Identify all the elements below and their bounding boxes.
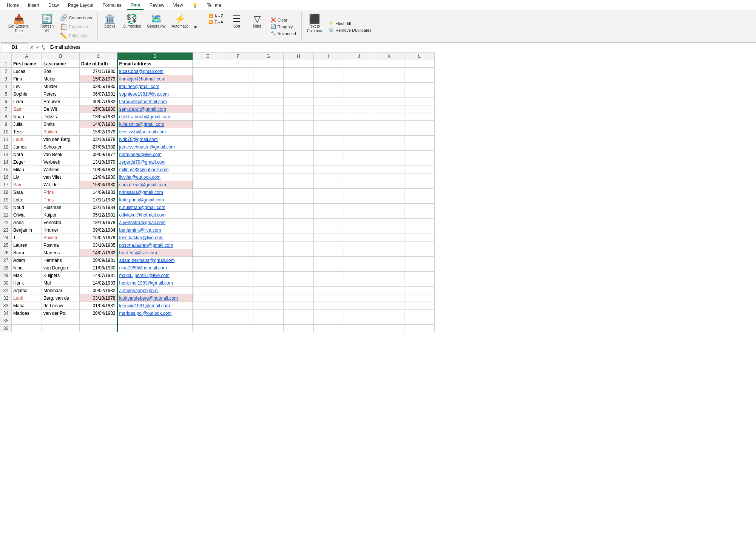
empty-cell[interactable] [374, 83, 404, 90]
empty-cell[interactable] [284, 121, 314, 128]
empty-cell[interactable] [284, 257, 314, 264]
cell-C31[interactable]: 06/02/1982 [80, 287, 117, 294]
empty-cell[interactable] [314, 279, 344, 287]
cell-B9[interactable]: Smits [42, 121, 80, 128]
empty-cell[interactable] [374, 105, 404, 113]
empty-cell[interactable] [253, 158, 284, 166]
empty-cell[interactable] [404, 98, 435, 105]
empty-cell[interactable] [193, 75, 223, 83]
empty-cell[interactable] [253, 136, 284, 143]
empty-cell[interactable] [193, 181, 223, 189]
empty-cell[interactable] [344, 302, 374, 310]
cell-D8[interactable]: dijkstra.noah@gmail.com [117, 113, 193, 121]
empty-cell[interactable] [314, 241, 344, 249]
empty-cell[interactable] [404, 68, 435, 75]
empty-cell[interactable] [284, 83, 314, 90]
empty-cell[interactable] [223, 173, 253, 181]
cell-B19[interactable]: Prins [42, 196, 80, 204]
empty-cell[interactable] [253, 68, 284, 75]
cell-C12[interactable]: 27/06/1982 [80, 143, 117, 151]
cell-C20[interactable]: 03/12/1984 [80, 204, 117, 211]
empty-cell[interactable] [193, 83, 223, 90]
empty-cell[interactable] [253, 204, 284, 211]
empty-cell[interactable] [223, 302, 253, 310]
cell-C8[interactable]: 13/05/1983 [80, 113, 117, 121]
empty-cell[interactable] [223, 181, 253, 189]
empty-cell[interactable] [344, 166, 374, 173]
empty-cell[interactable] [284, 90, 314, 98]
cell-B5[interactable]: Peters [42, 90, 80, 98]
empty-cell[interactable] [193, 105, 223, 113]
empty-cell[interactable] [344, 90, 374, 98]
cell-A1[interactable]: First name [12, 60, 42, 68]
empty-cell[interactable] [404, 241, 435, 249]
cell-D5[interactable]: sophieee1981@live.com [117, 90, 193, 98]
empty-cell[interactable] [374, 98, 404, 105]
empty-cell[interactable] [284, 325, 314, 332]
cell-C27[interactable]: 28/09/1981 [80, 257, 117, 264]
empty-cell[interactable] [314, 294, 344, 302]
empty-cell[interactable] [284, 211, 314, 219]
empty-cell[interactable] [223, 234, 253, 241]
empty-cell[interactable] [193, 226, 223, 234]
empty-cell[interactable] [344, 136, 374, 143]
empty-cell[interactable] [193, 204, 223, 211]
empty-cell[interactable] [374, 143, 404, 151]
empty-cell[interactable] [404, 128, 435, 136]
cell-D10[interactable]: tesssssb@hotmail.com [117, 128, 193, 136]
cell-D20[interactable]: n.huisman@gmail.com [117, 204, 193, 211]
cell-A6[interactable]: Liam [12, 98, 42, 105]
cell-A12[interactable]: James [12, 143, 42, 151]
empty-cell[interactable] [253, 166, 284, 173]
currencies-button[interactable]: 💱 Currencies [120, 13, 143, 30]
row-number[interactable]: 29 [0, 272, 12, 279]
empty-cell[interactable] [284, 204, 314, 211]
empty-cell[interactable] [253, 128, 284, 136]
cell-A27[interactable]: Adam [12, 257, 42, 264]
col-header-I[interactable]: I [314, 53, 344, 60]
empty-cell[interactable] [314, 83, 344, 90]
empty-cell[interactable] [344, 287, 374, 294]
empty-cell[interactable] [223, 204, 253, 211]
empty-cell[interactable] [314, 75, 344, 83]
empty-cell[interactable] [284, 279, 314, 287]
empty-cell[interactable] [314, 226, 344, 234]
cell-C32[interactable]: 03/10/1978 [80, 294, 117, 302]
empty-cell[interactable] [284, 113, 314, 121]
empty-cell[interactable] [314, 136, 344, 143]
cell-D9[interactable]: julia.smits@gmail.com [117, 121, 193, 128]
empty-cell[interactable] [253, 98, 284, 105]
cell-C29[interactable]: 14/07/1981 [80, 272, 117, 279]
cell-D30[interactable]: henk.mol1983@gmail.com [117, 279, 193, 287]
empty-cell[interactable] [253, 113, 284, 121]
empty-cell[interactable] [344, 264, 374, 272]
flash-fill-button[interactable]: ⚡ Flash-fill [326, 20, 373, 26]
cell-B21[interactable]: Kuiper [42, 211, 80, 219]
empty-cell[interactable] [374, 294, 404, 302]
empty-cell[interactable] [374, 219, 404, 226]
empty-cell[interactable] [223, 166, 253, 173]
empty-cell[interactable] [404, 264, 435, 272]
empty-cell[interactable] [344, 241, 374, 249]
cell-C14[interactable]: 13/10/1979 [80, 158, 117, 166]
empty-cell[interactable] [223, 143, 253, 151]
empty-cell[interactable] [253, 121, 284, 128]
empty-cell[interactable] [374, 121, 404, 128]
empty-cell[interactable] [253, 310, 284, 317]
empty-cell[interactable] [253, 60, 284, 68]
cell-B1[interactable]: Last name [42, 60, 80, 68]
empty-cell[interactable] [314, 151, 344, 158]
cell-C21[interactable]: 05/12/1981 [80, 211, 117, 219]
empty-cell[interactable] [284, 302, 314, 310]
clear-button[interactable]: ❌ Clear [268, 17, 298, 23]
cell-A17[interactable]: Sam [12, 181, 42, 189]
empty-cell[interactable] [193, 158, 223, 166]
cell-D34[interactable]: marloes.pol@outlook.com [117, 310, 193, 317]
empty-cell[interactable] [404, 136, 435, 143]
empty-cell[interactable] [284, 181, 314, 189]
properties-button[interactable]: 📋 Properties [58, 22, 94, 31]
empty-cell[interactable] [253, 241, 284, 249]
row-number[interactable]: 12 [0, 143, 12, 151]
cell-A30[interactable]: Henk [12, 279, 42, 287]
empty-cell[interactable] [344, 83, 374, 90]
